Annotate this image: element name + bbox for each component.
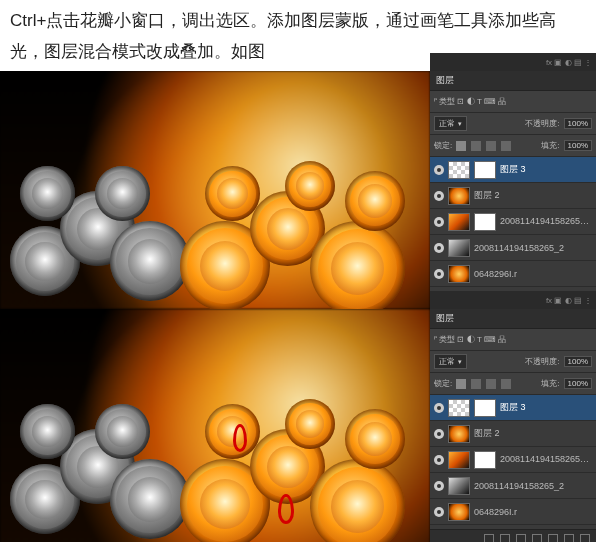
panel-lock-row: 锁定: 填充: 100% [430, 135, 596, 157]
mask-icon[interactable] [516, 534, 526, 542]
lock-pixels-icon[interactable] [471, 141, 481, 151]
eye-icon[interactable] [434, 481, 444, 491]
layer-thumb[interactable] [448, 161, 470, 179]
panel-tab-layers[interactable]: 图层 [436, 312, 454, 325]
eye-icon[interactable] [434, 191, 444, 201]
lock-position-icon[interactable] [486, 141, 496, 151]
rose [205, 166, 260, 221]
fill-value[interactable]: 100% [564, 140, 592, 151]
eye-icon[interactable] [434, 217, 444, 227]
rose [345, 409, 405, 469]
panel-blend-row: 正常▾ 不透明度: 100% [430, 113, 596, 135]
panel-filter-row: ᴾ 类型 ⊡ ◐ T ⌨ 品 [430, 329, 596, 351]
layer-thumb[interactable] [448, 451, 470, 469]
highlight-mark [278, 494, 294, 524]
layer-name: 2008114194158265_2 副本 [500, 453, 592, 466]
panel-header-icons: fx ▣ ◐ ▤ ⋮ [430, 53, 596, 71]
lock-icons-group[interactable] [456, 141, 511, 151]
link-icon[interactable] [484, 534, 494, 542]
layers-panel-bottom: fx ▣ ◐ ▤ ⋮ 图层 ᴾ 类型 ⊡ ◐ T ⌨ 品 正常▾ 不透明度: 1… [430, 309, 596, 542]
rose [310, 459, 405, 542]
lock-transparency-icon[interactable] [501, 379, 511, 389]
panel-tab-row: 图层 [430, 309, 596, 329]
fill-value[interactable]: 100% [564, 378, 592, 389]
filter-icons[interactable]: ᴾ 类型 ⊡ ◐ T ⌨ 品 [434, 334, 506, 345]
rose [345, 171, 405, 231]
opacity-label: 不透明度: [525, 356, 559, 367]
layer-row[interactable]: 0648296I.r [430, 499, 596, 525]
rose [20, 166, 75, 221]
eye-icon[interactable] [434, 269, 444, 279]
layer-name: 2008114194158265_2 副本 [500, 215, 592, 228]
layer-row[interactable]: 2008114194158265_2 [430, 473, 596, 499]
layer-row[interactable]: 图层 3 [430, 395, 596, 421]
panel-tab-row: 图层 [430, 71, 596, 91]
layer-mask-thumb[interactable] [474, 213, 496, 231]
panel-tab-layers[interactable]: 图层 [436, 74, 454, 87]
lock-all-icon[interactable] [456, 379, 466, 389]
new-layer-icon[interactable] [564, 534, 574, 542]
opacity-value[interactable]: 100% [564, 118, 592, 129]
layer-mask-thumb[interactable] [474, 161, 496, 179]
layer-mask-thumb[interactable] [474, 399, 496, 417]
layer-row[interactable]: 图层 2 [430, 421, 596, 447]
lock-transparency-icon[interactable] [501, 141, 511, 151]
adjustment-icon[interactable] [532, 534, 542, 542]
layer-thumb[interactable] [448, 187, 470, 205]
layer-thumb[interactable] [448, 425, 470, 443]
blend-mode-dropdown[interactable]: 正常▾ [434, 116, 467, 131]
layer-thumb[interactable] [448, 399, 470, 417]
fx-icon[interactable] [500, 534, 510, 542]
layer-row[interactable]: 图层 3 [430, 157, 596, 183]
lock-icons-group[interactable] [456, 379, 511, 389]
panel-header-icons: fx ▣ ◐ ▤ ⋮ [430, 291, 596, 309]
panel-blend-row: 正常▾ 不透明度: 100% [430, 351, 596, 373]
layer-row[interactable]: 2008114194158265_2 [430, 235, 596, 261]
chevron-down-icon: ▾ [458, 358, 462, 366]
eye-icon[interactable] [434, 165, 444, 175]
figure-row-1: fx ▣ ◐ ▤ ⋮ 图层 ᴾ 类型 ⊡ ◐ T ⌨ 品 正常▾ 不透明度: 1… [0, 71, 596, 309]
layer-row[interactable]: 2008114194158265_2 副本 [430, 447, 596, 473]
layer-thumb[interactable] [448, 213, 470, 231]
opacity-value[interactable]: 100% [564, 356, 592, 367]
layer-name: 图层 2 [474, 189, 592, 202]
layer-row[interactable]: 图层 2 [430, 183, 596, 209]
layer-thumb[interactable] [448, 239, 470, 257]
canvas-bottom [0, 309, 430, 542]
layer-thumb[interactable] [448, 503, 470, 521]
lock-pixels-icon[interactable] [471, 379, 481, 389]
opacity-label: 不透明度: [525, 118, 559, 129]
highlight-mark [233, 424, 247, 452]
lock-position-icon[interactable] [486, 379, 496, 389]
layer-row[interactable]: 2008114194158265_2 副本 [430, 209, 596, 235]
rose [110, 221, 190, 301]
chevron-down-icon: ▾ [458, 120, 462, 128]
eye-icon[interactable] [434, 403, 444, 413]
eye-icon[interactable] [434, 455, 444, 465]
layer-name: 2008114194158265_2 [474, 481, 592, 491]
layers-panel-top: fx ▣ ◐ ▤ ⋮ 图层 ᴾ 类型 ⊡ ◐ T ⌨ 品 正常▾ 不透明度: 1… [430, 71, 596, 309]
lock-all-icon[interactable] [456, 141, 466, 151]
layer-name: 2008114194158265_2 [474, 243, 592, 253]
rose [310, 221, 405, 309]
layer-mask-thumb[interactable] [474, 451, 496, 469]
group-icon[interactable] [548, 534, 558, 542]
layer-thumb[interactable] [448, 265, 470, 283]
eye-icon[interactable] [434, 243, 444, 253]
layer-name: 0648296I.r [474, 269, 592, 279]
layer-thumb[interactable] [448, 477, 470, 495]
panel-footer [430, 529, 596, 542]
fill-label: 填充: [541, 378, 559, 389]
filter-icons[interactable]: ᴾ 类型 ⊡ ◐ T ⌨ 品 [434, 96, 506, 107]
eye-icon[interactable] [434, 429, 444, 439]
layer-name: 图层 3 [500, 163, 592, 176]
figure-area: fx ▣ ◐ ▤ ⋮ 图层 ᴾ 类型 ⊡ ◐ T ⌨ 品 正常▾ 不透明度: 1… [0, 71, 596, 542]
fill-label: 填充: [541, 140, 559, 151]
canvas-top [0, 71, 430, 309]
layer-list-bottom: 图层 3图层 22008114194158265_2 副本20081141941… [430, 395, 596, 542]
blend-mode-dropdown[interactable]: 正常▾ [434, 354, 467, 369]
eye-icon[interactable] [434, 507, 444, 517]
layer-row[interactable]: 0648296I.r [430, 261, 596, 287]
trash-icon[interactable] [580, 534, 590, 542]
lock-label: 锁定: [434, 140, 452, 151]
